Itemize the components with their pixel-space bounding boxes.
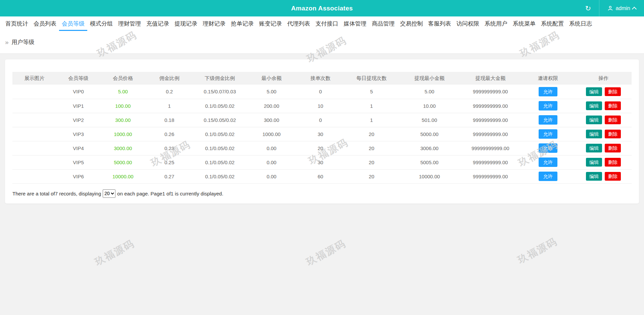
- edit-button[interactable]: 编辑: [586, 172, 602, 181]
- cell-actions: 编辑删除: [575, 99, 632, 113]
- cell-daily-withdrawals: 20: [344, 127, 399, 141]
- nav-tab-7[interactable]: 提现记录: [172, 16, 200, 31]
- allow-button[interactable]: 允许: [539, 115, 557, 125]
- delete-button[interactable]: 删除: [605, 172, 621, 181]
- table-row: VIP31000.000.260.1/0.05/0.021000.0030205…: [12, 127, 632, 141]
- nav-tab-1[interactable]: 首页统计: [3, 16, 31, 31]
- allow-button[interactable]: 允许: [539, 129, 557, 139]
- cell-order-count: 10: [297, 99, 344, 113]
- table-row: VIP2300.000.180.15/0.05/0.02300.0001501.…: [12, 113, 632, 127]
- cell-commission: 0.27: [146, 169, 193, 183]
- nav-tab-3[interactable]: 会员等级: [59, 16, 87, 31]
- cell-image: [12, 85, 56, 99]
- cell-order-count: 0: [297, 85, 344, 99]
- delete-button[interactable]: 删除: [605, 144, 621, 152]
- table-row: VIP05.000.20.15/0.07/0.035.00055.0099999…: [12, 85, 632, 99]
- nav-tab-8[interactable]: 理财记录: [200, 16, 228, 31]
- cell-sub-commission: 0.1/0.05/0.02: [193, 141, 247, 155]
- refresh-icon[interactable]: ↻: [577, 0, 599, 16]
- breadcrumb-arrow-icon: »: [5, 39, 9, 46]
- allow-button[interactable]: 允许: [539, 158, 557, 167]
- watermark: 玖福源码: [93, 237, 137, 269]
- edit-button[interactable]: 编辑: [586, 101, 602, 110]
- nav-tab-20[interactable]: 系统配置: [538, 16, 566, 31]
- cell-order-count: 30: [297, 127, 344, 141]
- nav-tab-5[interactable]: 理财管理: [115, 16, 144, 31]
- chevron-up-icon: [632, 7, 637, 11]
- cell-min-withdrawal: 10000.00: [399, 169, 460, 183]
- cell-image: [12, 99, 56, 113]
- nav-tab-19[interactable]: 系统菜单: [510, 16, 538, 31]
- cell-min-balance: 0.00: [246, 155, 296, 169]
- edit-button[interactable]: 编辑: [586, 130, 602, 138]
- nav-tab-18[interactable]: 系统用户: [482, 16, 510, 31]
- cell-image: [12, 155, 56, 169]
- cell-sub-commission: 0.1/0.05/0.02: [193, 155, 247, 169]
- cell-commission: 0.23: [146, 141, 193, 155]
- cell-min-withdrawal: 501.00: [399, 113, 460, 127]
- pagination-prefix: There are a total of7 records, displayin…: [12, 191, 101, 196]
- cell-order-count: 0: [297, 113, 344, 127]
- cell-invite-permission: 允许: [521, 155, 575, 169]
- nav-tab-11[interactable]: 代理列表: [285, 16, 313, 31]
- cell-min-balance: 5.00: [246, 85, 296, 99]
- table-row: VIP43000.000.230.1/0.05/0.020.0020203006…: [12, 141, 632, 155]
- column-header: 提现最小金额: [399, 72, 460, 85]
- page-size-select[interactable]: 20: [103, 189, 115, 198]
- edit-button[interactable]: 编辑: [586, 116, 602, 124]
- nav-tab-6[interactable]: 充值记录: [144, 16, 172, 31]
- user-menu[interactable]: admin: [599, 0, 644, 16]
- cell-min-balance: 300.00: [246, 113, 296, 127]
- delete-button[interactable]: 删除: [605, 87, 621, 96]
- nav-tab-16[interactable]: 客服列表: [426, 16, 454, 31]
- cell-max-withdrawal: 9999999999.00: [460, 169, 521, 183]
- column-header: 会员等级: [56, 72, 100, 85]
- cell-image: [12, 127, 56, 141]
- user-icon: [607, 5, 613, 11]
- nav-tab-21[interactable]: 系统日志: [566, 16, 595, 31]
- delete-button[interactable]: 删除: [605, 130, 621, 138]
- nav-tab-2[interactable]: 会员列表: [31, 16, 59, 31]
- nav-tab-17[interactable]: 访问权限: [454, 16, 482, 31]
- nav-tab-15[interactable]: 交易控制: [397, 16, 426, 31]
- cell-min-balance: 1000.00: [246, 127, 296, 141]
- cell-max-withdrawal: 9999999999.00: [460, 155, 521, 169]
- cell-daily-withdrawals: 20: [344, 155, 399, 169]
- cell-commission: 0.26: [146, 127, 193, 141]
- edit-button[interactable]: 编辑: [586, 144, 602, 152]
- delete-button[interactable]: 删除: [605, 101, 621, 110]
- column-header: 展示图片: [12, 72, 56, 85]
- cell-price: 10000.00: [100, 169, 146, 183]
- allow-button[interactable]: 允许: [539, 143, 557, 153]
- cell-min-withdrawal: 5000.00: [399, 127, 460, 141]
- page-title: 用户等级: [12, 38, 35, 46]
- nav-tab-13[interactable]: 媒体管理: [341, 16, 369, 31]
- edit-button[interactable]: 编辑: [586, 87, 602, 96]
- delete-button[interactable]: 删除: [605, 158, 621, 167]
- cell-price: 3000.00: [100, 141, 146, 155]
- table-row: VIP1100.0010.1/0.05/0.02200.0010110.0099…: [12, 99, 632, 113]
- cell-level: VIP3: [56, 127, 100, 141]
- allow-button[interactable]: 允许: [539, 172, 557, 181]
- cell-actions: 编辑删除: [575, 155, 632, 169]
- cell-level: VIP1: [56, 99, 100, 113]
- nav-tab-9[interactable]: 抢单记录: [228, 16, 256, 31]
- cell-daily-withdrawals: 1: [344, 99, 399, 113]
- cell-commission: 0.18: [146, 113, 193, 127]
- nav-tab-14[interactable]: 商品管理: [369, 16, 397, 31]
- column-header: 操作: [575, 72, 632, 85]
- edit-button[interactable]: 编辑: [586, 158, 602, 167]
- nav-tab-4[interactable]: 模式分组: [87, 16, 115, 31]
- allow-button[interactable]: 允许: [539, 101, 557, 110]
- delete-button[interactable]: 删除: [605, 116, 621, 124]
- cell-commission: 1: [146, 99, 193, 113]
- cell-min-balance: 200.00: [246, 99, 296, 113]
- nav-tab-10[interactable]: 账变记录: [256, 16, 285, 31]
- allow-button[interactable]: 允许: [539, 87, 557, 96]
- column-header: 下级佣金比例: [193, 72, 247, 85]
- nav-tab-12[interactable]: 支付接口: [313, 16, 341, 31]
- cell-level: VIP4: [56, 141, 100, 155]
- cell-level: VIP0: [56, 85, 100, 99]
- cell-sub-commission: 0.15/0.05/0.02: [193, 113, 247, 127]
- cell-commission: 0.25: [146, 155, 193, 169]
